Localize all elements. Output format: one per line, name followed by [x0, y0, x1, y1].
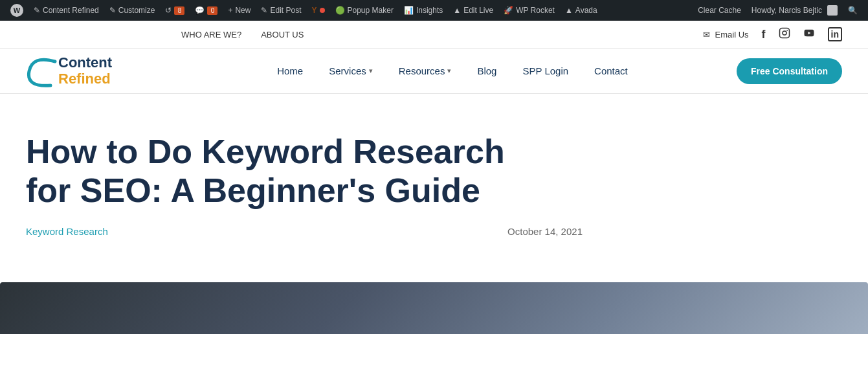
search-admin-item[interactable]: 🔍 — [843, 0, 863, 21]
avada-icon: ▲ — [565, 6, 573, 15]
wp-icon: W — [10, 4, 23, 17]
edit-post-icon: ✎ — [261, 6, 267, 15]
nav-blog-label: Blog — [477, 65, 496, 76]
nav-spp-login-label: SPP Login — [522, 65, 568, 76]
nav-spp-login[interactable]: SPP Login — [512, 60, 579, 82]
edit-post-label: Edit Post — [270, 6, 301, 15]
howdy-item[interactable]: Howdy, Narcis Bejtic — [746, 0, 843, 21]
logo-area[interactable]: Content Refined — [26, 52, 181, 91]
youtube-icon[interactable] — [803, 27, 815, 41]
post-category-link[interactable]: Keyword Research — [26, 226, 108, 237]
edit-live-icon: ▲ — [453, 6, 461, 15]
nav-blog[interactable]: Blog — [467, 60, 507, 82]
edit-live-item[interactable]: ▲ Edit Live — [448, 0, 498, 21]
customize-label: Customize — [118, 6, 155, 15]
customize-icon: ✎ — [109, 6, 116, 15]
comments-icon: 💬 — [195, 6, 205, 15]
email-us-label: Email Us — [715, 30, 749, 39]
main-nav: Home Services ▾ Resources ▾ Blog SPP Log… — [181, 60, 724, 82]
admin-bar-right: Clear Cache Howdy, Narcis Bejtic 🔍 — [693, 0, 863, 21]
avada-label: Avada — [575, 6, 597, 15]
email-us-link[interactable]: ✉ Email Us — [703, 30, 749, 39]
nav-services[interactable]: Services ▾ — [318, 60, 383, 82]
clear-cache-label: Clear Cache — [698, 6, 741, 15]
site-name-label: Content Refined — [43, 6, 99, 15]
logo-brand2: Refined — [58, 71, 112, 87]
howdy-label: Howdy, Narcis Bejtic — [751, 6, 822, 15]
facebook-icon[interactable]: f — [762, 28, 766, 41]
new-icon: + — [228, 6, 232, 15]
popup-maker-item[interactable]: 🟢 Popup Maker — [330, 0, 399, 21]
logo-brand1: Content — [58, 55, 112, 71]
new-item[interactable]: + New — [223, 0, 256, 21]
email-icon: ✉ — [703, 30, 710, 39]
content-area: How to Do Keyword Research for SEO: A Be… — [0, 94, 583, 282]
new-label: New — [235, 6, 250, 15]
updates-badge: 8 — [174, 6, 184, 15]
svg-rect-0 — [779, 28, 789, 38]
utility-nav: WHO ARE WE? ABOUT US ✉ Email Us f in — [0, 21, 868, 49]
nav-resources[interactable]: Resources ▾ — [388, 60, 462, 82]
clear-cache-item[interactable]: Clear Cache — [693, 0, 746, 21]
logo-c-icon — [26, 52, 58, 91]
free-consultation-button[interactable]: Free Consultation — [737, 58, 842, 84]
comments-badge: 0 — [207, 6, 217, 15]
wp-rocket-icon: 🚀 — [504, 6, 513, 15]
nav-services-label: Services — [329, 65, 366, 76]
post-title: How to Do Keyword Research for SEO: A Be… — [26, 133, 557, 210]
insights-item[interactable]: 📊 Insights — [399, 0, 448, 21]
insights-icon: 📊 — [404, 6, 414, 15]
logo-text: Content Refined — [58, 55, 112, 86]
nav-resources-label: Resources — [399, 65, 445, 76]
user-avatar — [827, 5, 838, 16]
svg-point-2 — [786, 30, 788, 31]
linkedin-icon[interactable]: in — [828, 27, 842, 41]
edit-live-label: Edit Live — [463, 6, 493, 15]
about-us-link[interactable]: ABOUT US — [261, 30, 304, 39]
admin-bar: W ✎ Content Refined ✎ Customize ↺ 8 💬 0 … — [0, 0, 868, 21]
nav-contact-label: Contact — [594, 65, 628, 76]
util-nav-right: ✉ Email Us f in — [703, 27, 842, 41]
post-meta: Keyword Research October 14, 2021 — [26, 226, 583, 237]
yoast-item[interactable]: Y — [306, 0, 329, 21]
instagram-icon[interactable] — [779, 27, 790, 41]
wp-logo-item[interactable]: W — [5, 0, 28, 21]
post-date: October 14, 2021 — [507, 226, 583, 237]
nav-home-label: Home — [277, 65, 303, 76]
nav-home[interactable]: Home — [267, 60, 313, 82]
avada-item[interactable]: ▲ Avada — [560, 0, 603, 21]
hero-image — [0, 282, 868, 334]
wp-rocket-label: WP Rocket — [516, 6, 555, 15]
search-admin-icon: 🔍 — [848, 6, 858, 15]
edit-post-item[interactable]: ✎ Edit Post — [256, 0, 306, 21]
updates-item[interactable]: ↺ 8 — [160, 0, 190, 21]
popup-maker-icon: 🟢 — [335, 6, 345, 15]
site-name-item[interactable]: ✎ Content Refined — [28, 0, 104, 21]
yoast-icon: Y — [311, 6, 317, 15]
pencil-icon: ✎ — [34, 6, 40, 15]
who-are-we-link[interactable]: WHO ARE WE? — [181, 30, 241, 39]
customize-item[interactable]: ✎ Customize — [104, 0, 161, 21]
updates-icon: ↺ — [165, 6, 172, 15]
main-header: Content Refined Home Services ▾ Resource… — [0, 49, 868, 94]
insights-label: Insights — [416, 6, 443, 15]
svg-point-1 — [783, 31, 786, 35]
yoast-dot — [320, 8, 325, 13]
resources-chevron-icon: ▾ — [447, 67, 451, 75]
popup-maker-label: Popup Maker — [348, 6, 394, 15]
nav-contact[interactable]: Contact — [584, 60, 638, 82]
comments-item[interactable]: 💬 0 — [190, 0, 223, 21]
wp-rocket-item[interactable]: 🚀 WP Rocket — [498, 0, 560, 21]
services-chevron-icon: ▾ — [369, 67, 373, 75]
